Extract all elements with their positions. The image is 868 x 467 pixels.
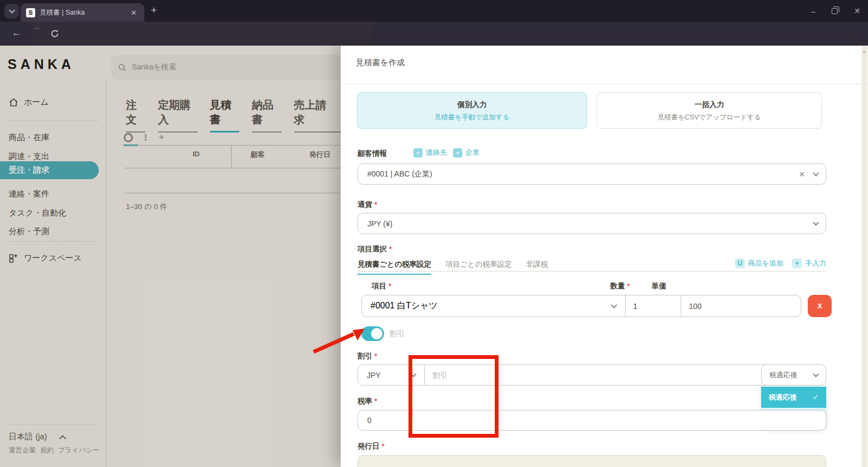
add-company-button[interactable]: + 企業 (453, 148, 480, 157)
browser-tab[interactable]: S 見積書 | Sanka ✕ (21, 3, 144, 22)
chevron-down-icon (813, 219, 819, 225)
item-column-label: 項目* (372, 281, 391, 291)
item-select-label: 項目選択* (358, 244, 392, 254)
issue-date-input[interactable] (358, 455, 826, 467)
issue-date-label: 発行日* (358, 441, 385, 451)
discount-label: 割引* (358, 351, 377, 361)
tab-search-button[interactable] (4, 4, 19, 18)
item-select[interactable]: #0001 白Tシャツ (362, 300, 625, 312)
item-row: #0001 白Tシャツ (361, 295, 801, 317)
window-controls: – ✕ (811, 0, 860, 22)
quantity-input[interactable] (626, 302, 681, 311)
price-column-label: 単価 (652, 281, 666, 291)
minimize-icon[interactable]: – (811, 7, 815, 16)
modal-divider (341, 84, 868, 84)
restore-icon[interactable] (832, 8, 838, 14)
browser-tab-strip: S 見積書 | Sanka ✕ + – ✕ (0, 0, 868, 22)
browser-window: S 見積書 | Sanka ✕ + – ✕ ← → app.sanka.io/j… (0, 0, 868, 467)
item-add-actions: U 商品を追加 + 手入力 (735, 258, 826, 268)
product-icon: U (735, 258, 745, 268)
tab-title: 見積書 | Sanka (40, 8, 129, 17)
tab-tax-exempt[interactable]: 非課税 (526, 260, 548, 275)
forward-icon[interactable]: → (31, 22, 372, 46)
unit-price-input[interactable] (681, 302, 793, 311)
tab-tax-per-estimate[interactable]: 見積書ごとの税率設定 (358, 260, 431, 275)
tax-rate-label: 税率* (358, 396, 377, 406)
modal-title: 見積書を作成 (356, 58, 405, 68)
mode-card-bulk[interactable]: 一括入力 見積書をCSVでアップロードする (597, 92, 822, 129)
chevron-down-icon (611, 302, 617, 308)
discount-toggle[interactable] (361, 326, 384, 341)
tab-tax-per-item[interactable]: 項目ごとの税率設定 (445, 260, 512, 275)
sanka-app: SANKA Sankaを検索 ホーム 商品・在庫 調達・支出 受注・請求 連絡・… (0, 46, 341, 467)
toggle-knob (371, 328, 382, 339)
annotation-highlight-rectangle (409, 355, 499, 438)
currency-label: 通貨* (358, 200, 377, 210)
tabs-border (358, 271, 826, 272)
page-scrollbar[interactable] (861, 46, 867, 467)
back-icon[interactable]: ← (12, 28, 21, 39)
mode-card-individual[interactable]: 個別入力 見積書を手動で追加する (357, 92, 587, 129)
tab-close-icon[interactable]: ✕ (129, 8, 139, 18)
customer-select[interactable]: #0001 | ABC (企業) ✕ (358, 163, 826, 185)
clear-icon[interactable]: ✕ (799, 170, 805, 179)
qty-column-label: 数量* (610, 281, 630, 291)
plus-icon: + (453, 148, 462, 157)
plus-icon: + (792, 258, 802, 268)
modal-backdrop[interactable] (0, 46, 341, 467)
check-icon: ✓ (813, 393, 819, 401)
new-tab-button[interactable]: + (151, 4, 157, 16)
tax-apply-select[interactable]: 税適応後 (761, 364, 826, 386)
add-contact-button[interactable]: + 連絡先 (413, 148, 447, 157)
chevron-down-icon (813, 371, 819, 377)
add-product-button[interactable]: U 商品を追加 (735, 258, 783, 268)
tax-setting-tabs: 見積書ごとの税率設定 項目ごとの税率設定 非課税 (358, 260, 548, 275)
close-icon[interactable]: ✕ (854, 7, 860, 15)
plus-icon: + (413, 148, 423, 157)
remove-item-button[interactable]: X (808, 295, 832, 317)
page-content: SANKA Sankaを検索 ホーム 商品・在庫 調達・支出 受注・請求 連絡・… (0, 46, 868, 467)
discount-toggle-label: 割引 (390, 329, 405, 339)
chevron-down-icon (813, 170, 819, 176)
browser-toolbar: ← → app.sanka.io/ja/modules/orders/estim… (0, 22, 868, 46)
currency-select[interactable]: JPY (¥) (358, 213, 826, 234)
reload-icon[interactable] (50, 29, 60, 39)
scroll-up-arrow-icon[interactable] (863, 50, 866, 53)
manual-entry-button[interactable]: + 手入力 (792, 258, 826, 268)
site-favicon: S (26, 8, 35, 17)
customer-info-label: 顧客情報 (358, 149, 387, 159)
option-tax-after[interactable]: 税適応後 ✓ (761, 387, 826, 408)
chevron-down-icon (9, 7, 15, 13)
